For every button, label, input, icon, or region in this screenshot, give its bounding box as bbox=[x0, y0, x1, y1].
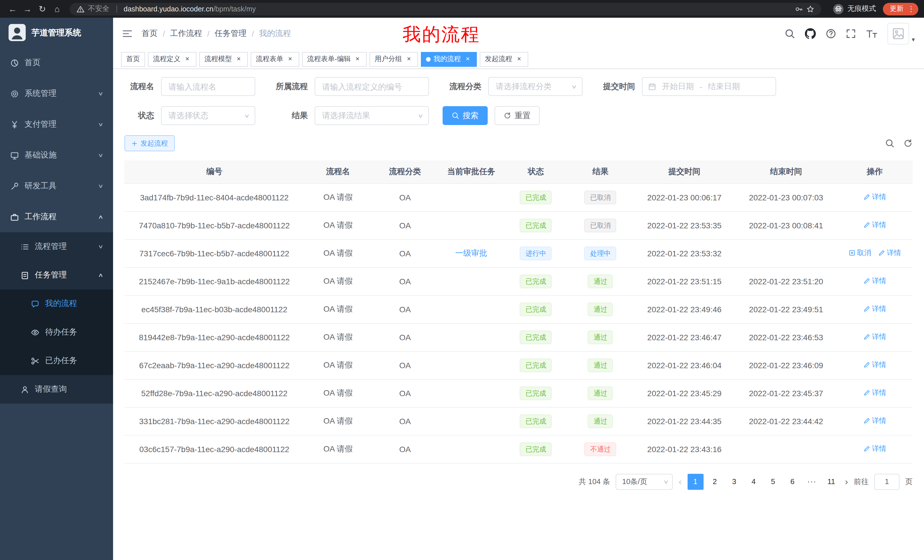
submit-time-range-picker[interactable]: 开始日期 - 结束日期 bbox=[642, 77, 776, 96]
page-button-11[interactable]: 11 bbox=[823, 473, 839, 490]
close-icon[interactable]: × bbox=[286, 55, 294, 63]
chevron-down-icon: ∨ bbox=[98, 244, 104, 250]
scissors-icon bbox=[31, 356, 39, 365]
process-name-input[interactable] bbox=[161, 77, 255, 96]
tab-label: 流程定义 bbox=[153, 54, 180, 64]
browser-reload-button[interactable]: ↻ bbox=[35, 2, 49, 16]
page-button-4[interactable]: 4 bbox=[746, 473, 762, 490]
close-icon[interactable]: × bbox=[464, 55, 472, 63]
page-content: 流程名 所属流程 流程分类 请选择流程分类 ∨ 提交时间 开始日期 - 结束日期 bbox=[113, 69, 924, 497]
chevron-down-icon: ∨ bbox=[244, 113, 250, 118]
user-avatar[interactable]: ▾ bbox=[888, 23, 915, 45]
reset-button[interactable]: 重置 bbox=[495, 106, 540, 125]
menu-fold-icon[interactable] bbox=[122, 29, 132, 38]
initiate-process-button[interactable]: 发起流程 bbox=[124, 135, 175, 151]
close-icon[interactable]: × bbox=[405, 55, 413, 63]
edit-icon bbox=[863, 418, 870, 424]
page-button-2[interactable]: 2 bbox=[707, 473, 723, 490]
page-size-select[interactable]: 10条/页 ∨ bbox=[616, 473, 673, 490]
tab-process-definition[interactable]: 流程定义× bbox=[148, 52, 196, 66]
browser-forward-button[interactable]: → bbox=[21, 2, 34, 16]
sidebar-item-leave-query[interactable]: 请假查询 bbox=[0, 375, 113, 404]
action-label: 详情 bbox=[872, 332, 886, 342]
header-search-icon[interactable] bbox=[785, 28, 795, 39]
process-definition-input[interactable] bbox=[315, 77, 429, 96]
sidebar-item-payment-management[interactable]: 支付管理∨ bbox=[0, 109, 113, 140]
category-select[interactable]: 请选择流程分类 ∨ bbox=[488, 77, 582, 96]
tab-user-group[interactable]: 用户分组× bbox=[369, 52, 418, 66]
tab-my-process[interactable]: 我的流程× bbox=[421, 52, 477, 66]
sidebar-item-system-management[interactable]: 系统管理∨ bbox=[0, 78, 113, 109]
close-icon[interactable]: × bbox=[354, 55, 362, 63]
detail-button[interactable]: 详情 bbox=[863, 220, 886, 230]
sidebar-item-my-process[interactable]: 我的流程 bbox=[0, 289, 113, 318]
breadcrumb-item[interactable]: 首页 bbox=[142, 28, 158, 39]
address-bar[interactable]: 不安全 dashboard.yudao.iocoder.cn/bpm/task/… bbox=[70, 3, 821, 15]
detail-button[interactable]: 详情 bbox=[863, 332, 886, 342]
help-icon[interactable] bbox=[826, 28, 836, 39]
browser-back-button[interactable]: ← bbox=[6, 2, 20, 16]
font-size-icon[interactable] bbox=[866, 28, 878, 39]
detail-button[interactable]: 详情 bbox=[863, 388, 886, 398]
detail-button[interactable]: 详情 bbox=[863, 192, 886, 202]
cell-status: 进行中 bbox=[504, 239, 567, 267]
result-select[interactable]: 请选择流结果 ∨ bbox=[315, 106, 429, 125]
page-button-5[interactable]: 5 bbox=[765, 473, 781, 490]
action-label: 详情 bbox=[872, 360, 886, 370]
bookmark-star-icon[interactable] bbox=[806, 5, 814, 13]
tab-initiate-process[interactable]: 发起流程× bbox=[480, 52, 528, 66]
breadcrumb-item[interactable]: 工作流程 bbox=[170, 28, 202, 39]
cancel-button[interactable]: 取消 bbox=[848, 248, 871, 258]
sidebar-item-dev-tools[interactable]: 研发工具∨ bbox=[0, 171, 113, 202]
update-button[interactable]: 更新 ⋮ bbox=[883, 3, 918, 15]
page-button-3[interactable]: 3 bbox=[726, 473, 742, 490]
close-icon[interactable]: × bbox=[183, 55, 191, 63]
app-logo[interactable]: 芋道管理系统 bbox=[0, 18, 113, 47]
breadcrumb-item[interactable]: 任务管理 bbox=[215, 28, 247, 39]
tab-home[interactable]: 首页 bbox=[121, 52, 145, 66]
close-icon[interactable]: × bbox=[515, 55, 523, 63]
sidebar-item-label: 支付管理 bbox=[24, 119, 57, 130]
chat-icon bbox=[31, 299, 39, 308]
detail-button[interactable]: 详情 bbox=[863, 444, 886, 454]
detail-button[interactable]: 详情 bbox=[863, 416, 886, 426]
close-icon[interactable]: × bbox=[235, 55, 243, 63]
detail-button[interactable]: 详情 bbox=[863, 360, 886, 370]
detail-button[interactable]: 详情 bbox=[863, 276, 886, 286]
cell-actions: 详情 bbox=[837, 435, 913, 463]
fullscreen-icon[interactable] bbox=[846, 28, 856, 39]
goto-page-input[interactable] bbox=[874, 473, 900, 490]
search-button[interactable]: 搜索 bbox=[442, 106, 488, 125]
eye-icon bbox=[31, 328, 39, 337]
page-button-1[interactable]: 1 bbox=[687, 473, 703, 490]
sidebar-item-task-management[interactable]: 任务管理∧ bbox=[0, 261, 113, 289]
cell-current-task: 一级审批 bbox=[438, 239, 504, 267]
browser-home-button[interactable]: ⌂ bbox=[50, 2, 64, 16]
key-icon[interactable] bbox=[795, 5, 803, 13]
pager-ellipsis[interactable]: ··· bbox=[804, 473, 820, 490]
browser-menu-icon[interactable]: ⋮ bbox=[908, 4, 915, 13]
sidebar-item-done-tasks[interactable]: 已办任务 bbox=[0, 346, 113, 375]
edit-icon bbox=[863, 222, 870, 229]
next-page-button[interactable]: › bbox=[845, 476, 848, 487]
refresh-table-icon[interactable] bbox=[903, 139, 913, 148]
edit-icon bbox=[863, 334, 870, 340]
detail-button[interactable]: 详情 bbox=[863, 304, 886, 314]
tab-process-form-edit[interactable]: 流程表单-编辑× bbox=[302, 52, 367, 66]
sidebar-item-infrastructure[interactable]: 基础设施∨ bbox=[0, 140, 113, 171]
chevron-down-icon: ∨ bbox=[98, 183, 104, 189]
sidebar-item-todo-tasks[interactable]: 待办任务 bbox=[0, 318, 113, 346]
result-badge: 不通过 bbox=[585, 442, 616, 456]
status-select[interactable]: 请选择状态 ∨ bbox=[161, 106, 255, 125]
tab-process-form[interactable]: 流程表单× bbox=[251, 52, 299, 66]
sidebar-item-process-management[interactable]: 流程管理∨ bbox=[0, 232, 113, 261]
tab-process-model[interactable]: 流程模型× bbox=[199, 52, 248, 66]
github-icon[interactable] bbox=[805, 28, 816, 39]
prev-page-button[interactable]: ‹ bbox=[679, 476, 682, 487]
page-button-6[interactable]: 6 bbox=[784, 473, 800, 490]
toggle-search-icon[interactable] bbox=[885, 139, 894, 148]
detail-button[interactable]: 详情 bbox=[878, 248, 901, 258]
sidebar-item-workflow[interactable]: 工作流程∧ bbox=[0, 202, 113, 232]
current-task-link[interactable]: 一级审批 bbox=[455, 248, 487, 257]
sidebar-item-home[interactable]: 首页 bbox=[0, 47, 113, 78]
